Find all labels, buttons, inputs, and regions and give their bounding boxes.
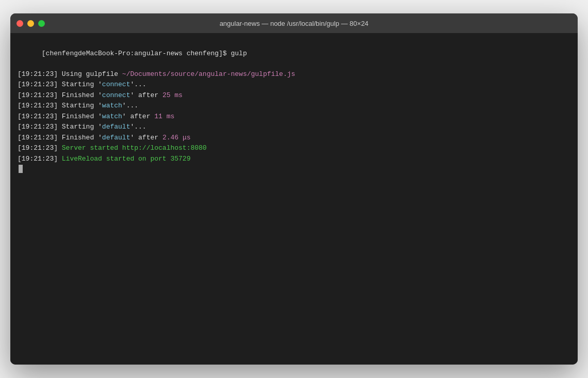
window-title: angular-news — node /usr/local/bin/gulp … bbox=[220, 20, 369, 27]
task-watch-finish: watch bbox=[102, 113, 122, 120]
task-watch-start: watch bbox=[102, 102, 122, 109]
timestamp-3: [19:21:23] bbox=[18, 91, 58, 99]
timestamp-9: [19:21:23] bbox=[18, 155, 58, 163]
task-connect-start: connect bbox=[102, 81, 130, 88]
prompt-text: [chenfengdeMacBook-Pro:angular-news chen… bbox=[42, 50, 247, 57]
terminal-line-6: [19:21:23] Starting 'default'... bbox=[18, 122, 570, 132]
livereload-msg: LiveReload started on port 35729 bbox=[58, 155, 190, 163]
timestamp-5: [19:21:23] bbox=[18, 113, 58, 120]
timestamp-4: [19:21:23] bbox=[18, 102, 58, 109]
timestamp-1: [19:21:23] bbox=[18, 70, 58, 78]
terminal-line-1: [19:21:23] Using gulpfile ~/Documents/so… bbox=[18, 69, 570, 80]
terminal-line-4: [19:21:23] Starting 'watch'... bbox=[18, 101, 570, 111]
terminal-window: angular-news — node /usr/local/bin/gulp … bbox=[10, 13, 578, 365]
terminal-line-3: [19:21:23] Finished 'connect' after 25 m… bbox=[18, 90, 570, 101]
gulpfile-path: ~/Documents/source/angular-news/gulpfile… bbox=[122, 70, 295, 78]
timestamp-2: [19:21:23] bbox=[18, 81, 58, 88]
duration-watch: 11 ms bbox=[154, 113, 174, 120]
terminal-line-5: [19:21:23] Finished 'watch' after 11 ms bbox=[18, 112, 570, 122]
traffic-lights bbox=[17, 20, 45, 27]
task-default-finish: default bbox=[102, 134, 130, 141]
close-button[interactable] bbox=[17, 20, 23, 27]
timestamp-6: [19:21:23] bbox=[18, 123, 58, 131]
terminal-body[interactable]: [chenfengdeMacBook-Pro:angular-news chen… bbox=[10, 33, 578, 365]
minimize-button[interactable] bbox=[27, 20, 34, 27]
duration-default: 2.46 μs bbox=[162, 134, 191, 141]
terminal-line-2: [19:21:23] Starting 'connect'... bbox=[18, 80, 570, 90]
timestamp-7: [19:21:23] bbox=[18, 134, 58, 141]
title-bar: angular-news — node /usr/local/bin/gulp … bbox=[10, 13, 578, 33]
terminal-line-8: [19:21:23] Server started http://localho… bbox=[18, 143, 570, 153]
maximize-button[interactable] bbox=[38, 20, 45, 27]
task-default-start: default bbox=[102, 123, 130, 131]
cursor-line bbox=[18, 164, 570, 175]
server-started-msg: Server started http://localhost:8080 bbox=[58, 144, 207, 152]
task-connect-finish: connect bbox=[102, 91, 130, 99]
duration-connect: 25 ms bbox=[162, 91, 183, 99]
terminal-line-7: [19:21:23] Finished 'default' after 2.46… bbox=[18, 133, 570, 143]
terminal-line-9: [19:21:23] LiveReload started on port 35… bbox=[18, 154, 570, 164]
prompt-line: [chenfengdeMacBook-Pro:angular-news chen… bbox=[18, 38, 570, 69]
terminal-cursor bbox=[19, 165, 23, 173]
timestamp-8: [19:21:23] bbox=[18, 144, 58, 152]
